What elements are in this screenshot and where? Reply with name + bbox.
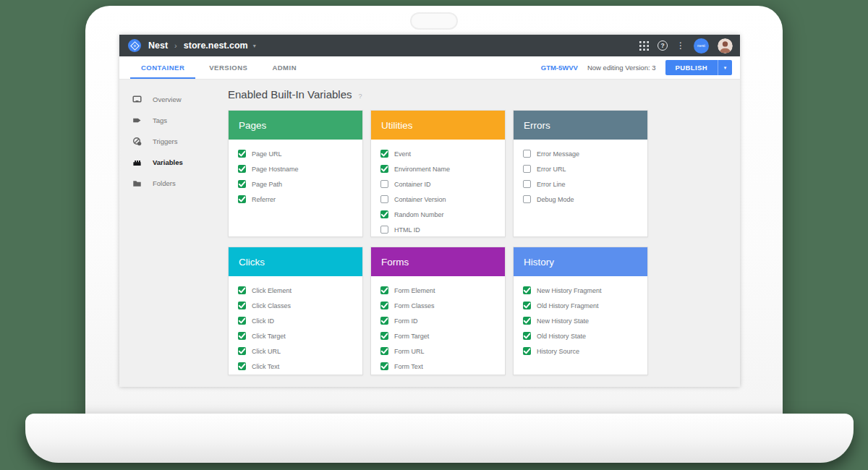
variable-row[interactable]: Click Element [238, 283, 362, 298]
variable-row[interactable]: Referrer [238, 192, 362, 207]
variable-row[interactable]: Container Version [380, 192, 505, 207]
checkbox-checked-icon[interactable] [238, 317, 246, 325]
checkbox-checked-icon[interactable] [238, 302, 246, 309]
container-dropdown-caret-icon[interactable]: ▾ [253, 43, 256, 49]
sidebar-item-variables[interactable]: Variables [119, 152, 218, 173]
account-name[interactable]: Nest [148, 40, 168, 51]
variable-row[interactable]: Page URL [238, 146, 362, 161]
checkbox-unchecked-icon[interactable] [380, 195, 388, 203]
sidebar-item-folders[interactable]: Folders [119, 173, 218, 194]
checkbox-unchecked-icon[interactable] [523, 195, 531, 203]
variable-label: Old History State [537, 333, 586, 340]
publish-button[interactable]: PUBLISH ▾ [665, 60, 733, 75]
laptop-screen: Nest › store.nest.com ▾ ? ⋮ nest [85, 6, 783, 422]
variable-row[interactable]: Click Text [238, 359, 362, 374]
checkbox-checked-icon[interactable] [380, 286, 388, 294]
variable-row[interactable]: Form URL [380, 343, 505, 359]
variable-label: Form Classes [394, 302, 435, 309]
checkbox-checked-icon[interactable] [380, 362, 388, 370]
checkbox-unchecked-icon[interactable] [380, 226, 388, 234]
variable-row[interactable]: Click Classes [238, 298, 362, 313]
checkbox-checked-icon[interactable] [238, 362, 246, 370]
checkbox-checked-icon[interactable] [523, 302, 531, 309]
checkbox-unchecked-icon[interactable] [523, 165, 531, 173]
variable-row[interactable]: HTML ID [380, 222, 505, 237]
checkbox-checked-icon[interactable] [523, 317, 531, 325]
variable-row[interactable]: Click Target [238, 328, 362, 343]
checkbox-unchecked-icon[interactable] [380, 180, 388, 188]
checkbox-checked-icon[interactable] [380, 210, 388, 218]
folder-icon [132, 179, 142, 188]
variable-row[interactable]: Form Element [380, 283, 505, 298]
sidebar-item-triggers[interactable]: Triggers [119, 131, 218, 152]
variable-row[interactable]: Page Hostname [238, 161, 362, 176]
variable-row[interactable]: Page Path [238, 176, 362, 192]
help-icon[interactable]: ? [658, 40, 668, 51]
variable-label: Form URL [394, 348, 425, 355]
checkbox-checked-icon[interactable] [380, 332, 388, 340]
tab-versions-label: VERSIONS [209, 64, 247, 72]
checkbox-checked-icon[interactable] [238, 286, 246, 294]
checkbox-checked-icon[interactable] [380, 317, 388, 325]
checkbox-checked-icon[interactable] [523, 347, 531, 355]
more-vertical-icon[interactable]: ⋮ [676, 41, 685, 50]
sidebar-item-tags[interactable]: Tags [119, 110, 218, 131]
checkbox-checked-icon[interactable] [238, 347, 246, 355]
variable-row[interactable]: Debug Mode [523, 192, 647, 207]
variable-row[interactable]: Old History State [523, 328, 647, 343]
variable-row[interactable]: Random Number [380, 207, 505, 222]
variable-label: Environment Name [394, 166, 450, 173]
title-help-icon[interactable]: ? [359, 93, 362, 100]
card-header: Clicks [229, 247, 362, 276]
checkbox-checked-icon[interactable] [380, 302, 388, 309]
variable-row[interactable]: Environment Name [380, 161, 505, 176]
container-selector[interactable]: store.nest.com [184, 40, 248, 51]
variable-row[interactable]: Form Text [380, 359, 505, 374]
checkbox-checked-icon[interactable] [238, 165, 246, 173]
variable-row[interactable]: Form Classes [380, 298, 505, 313]
apps-grid-icon[interactable] [639, 41, 649, 51]
variable-row[interactable]: New History Fragment [523, 283, 647, 298]
variable-row[interactable]: New History State [523, 313, 647, 328]
variable-row[interactable]: Error Line [523, 176, 647, 192]
laptop-camera-notch [410, 12, 458, 30]
checkbox-checked-icon[interactable] [238, 150, 246, 158]
sidebar-label-triggers: Triggers [153, 137, 178, 145]
checkbox-checked-icon[interactable] [238, 180, 246, 188]
org-badge[interactable]: nest [694, 38, 709, 54]
variable-row[interactable]: Error Message [523, 146, 647, 161]
variable-row[interactable]: Form Target [380, 328, 505, 343]
checkbox-checked-icon[interactable] [380, 165, 388, 173]
checkbox-checked-icon[interactable] [380, 347, 388, 355]
variable-row[interactable]: Old History Fragment [523, 298, 647, 313]
variable-label: Click ID [252, 317, 274, 325]
publish-dropdown-caret-icon[interactable]: ▾ [718, 60, 732, 75]
checkbox-checked-icon[interactable] [523, 286, 531, 294]
tab-admin[interactable]: ADMIN [260, 56, 309, 79]
gtm-container-id-link[interactable]: GTM-5WVV [541, 64, 578, 72]
checkbox-unchecked-icon[interactable] [523, 150, 531, 158]
variable-row[interactable]: Form ID [380, 313, 505, 328]
tab-container[interactable]: CONTAINER [129, 56, 197, 79]
checkbox-checked-icon[interactable] [238, 195, 246, 203]
variable-row[interactable]: History Source [523, 343, 647, 359]
checkbox-checked-icon[interactable] [380, 150, 388, 158]
tab-versions[interactable]: VERSIONS [197, 56, 260, 79]
overview-icon [132, 95, 142, 104]
card-body: New History FragmentOld History Fragment… [514, 276, 647, 359]
user-avatar[interactable] [718, 38, 733, 54]
variable-row[interactable]: Container ID [380, 176, 505, 192]
variable-row[interactable]: Event [380, 146, 505, 161]
checkbox-checked-icon[interactable] [523, 332, 531, 340]
tab-container-label: CONTAINER [141, 64, 184, 72]
variable-row[interactable]: Click URL [238, 343, 362, 359]
variable-label: Old History Fragment [537, 302, 599, 309]
variable-label: Form Text [394, 363, 423, 370]
laptop-base [25, 414, 854, 463]
variable-row[interactable]: Click ID [238, 313, 362, 328]
sidebar-item-overview[interactable]: Overview [119, 89, 218, 110]
variable-row[interactable]: Error URL [523, 161, 647, 176]
checkbox-checked-icon[interactable] [238, 332, 246, 340]
checkbox-unchecked-icon[interactable] [523, 180, 531, 188]
tag-icon [132, 116, 142, 125]
